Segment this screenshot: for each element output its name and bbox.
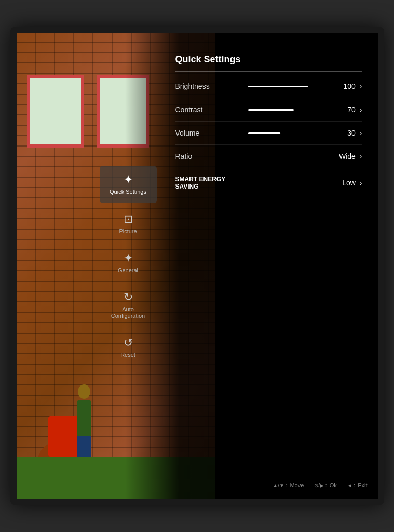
- auto-config-icon: ↻: [124, 290, 133, 304]
- move-label: Move: [290, 482, 304, 488]
- sidebar-item-label-auto-config: AutoConfiguration: [111, 306, 145, 320]
- contrast-label: Contrast: [175, 105, 248, 114]
- volume-bar-container: [248, 132, 340, 134]
- sidebar-item-label-picture: Picture: [119, 228, 137, 235]
- exit-label: Exit: [358, 482, 367, 488]
- smart-energy-row[interactable]: SMART ENERGY SAVING Low ›: [175, 168, 362, 197]
- general-icon: ✦: [124, 251, 133, 265]
- bottom-hints: ▲/▼ : Move ⊙/▶ : Ok ◄ : Exit: [273, 482, 367, 488]
- brightness-row[interactable]: Brightness 100 ›: [175, 75, 362, 98]
- ratio-chevron: ›: [360, 152, 362, 161]
- sidebar-item-label-quick-settings: Quick Settings: [110, 189, 146, 195]
- contrast-bar: [248, 109, 294, 111]
- ok-label: Ok: [330, 482, 337, 488]
- brightness-value: 100: [340, 82, 356, 90]
- title-divider: [175, 71, 362, 72]
- sidebar-item-general[interactable]: ✦ General: [100, 244, 157, 281]
- volume-chevron: ›: [360, 129, 362, 137]
- contrast-chevron: ›: [360, 105, 362, 114]
- volume-label: Volume: [175, 129, 248, 137]
- move-icon: ▲/▼ :: [273, 483, 287, 488]
- sidebar: ✦ Quick Settings ⊡ Picture ✦ General ↻ A…: [17, 33, 162, 499]
- hint-exit: ◄ : Exit: [347, 482, 368, 488]
- volume-value: 30: [340, 129, 356, 137]
- sidebar-item-quick-settings[interactable]: ✦ Quick Settings: [100, 166, 157, 203]
- panel-title: Quick Settings: [175, 54, 362, 65]
- smart-energy-label: SMART ENERGY SAVING: [175, 176, 248, 190]
- volume-bar: [248, 132, 280, 134]
- tv-frame: ✦ Quick Settings ⊡ Picture ✦ General ↻ A…: [10, 27, 384, 505]
- ok-icon: ⊙/▶ :: [314, 483, 327, 488]
- sidebar-item-label-reset: Reset: [120, 352, 135, 358]
- contrast-value: 70: [340, 105, 356, 114]
- contrast-row[interactable]: Contrast 70 ›: [175, 98, 362, 122]
- sidebar-item-label-general: General: [118, 267, 138, 274]
- brightness-bar: [248, 86, 308, 87]
- reset-icon: ↺: [124, 336, 133, 350]
- ratio-row[interactable]: Ratio Wide ›: [175, 145, 362, 168]
- contrast-bar-container: [248, 109, 340, 111]
- brightness-bar-container: [248, 86, 340, 87]
- exit-icon: ◄ :: [347, 483, 355, 488]
- smart-energy-value: Low: [342, 179, 356, 187]
- sidebar-item-auto-config[interactable]: ↻ AutoConfiguration: [100, 283, 157, 327]
- settings-panel: Quick Settings Brightness 100 › Contrast…: [155, 33, 378, 499]
- sidebar-item-picture[interactable]: ⊡ Picture: [100, 205, 157, 242]
- tv-screen: ✦ Quick Settings ⊡ Picture ✦ General ↻ A…: [17, 33, 378, 499]
- sidebar-item-reset[interactable]: ↺ Reset: [100, 329, 157, 366]
- volume-row[interactable]: Volume 30 ›: [175, 122, 362, 145]
- brightness-label: Brightness: [175, 82, 248, 90]
- hint-ok: ⊙/▶ : Ok: [314, 482, 336, 488]
- ratio-label: Ratio: [175, 152, 248, 161]
- ratio-value: Wide: [339, 152, 356, 161]
- hint-move: ▲/▼ : Move: [273, 482, 304, 488]
- smart-energy-chevron: ›: [360, 179, 362, 187]
- quick-settings-icon: ✦: [124, 173, 133, 187]
- picture-icon: ⊡: [124, 212, 133, 226]
- brightness-chevron: ›: [360, 82, 362, 90]
